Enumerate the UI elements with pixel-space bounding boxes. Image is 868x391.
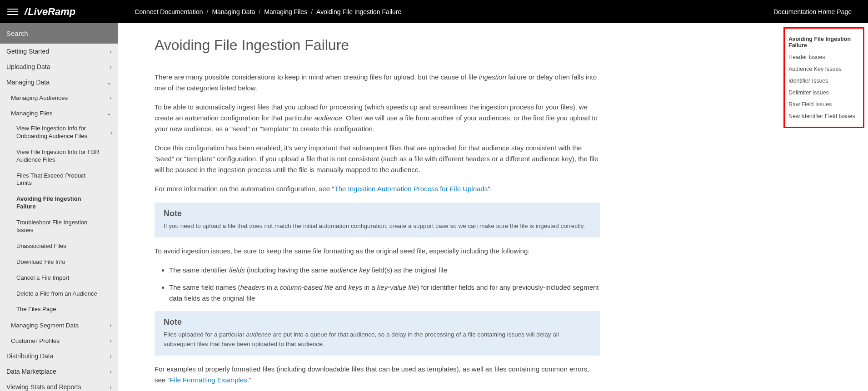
emphasis: audience (246, 331, 271, 338)
ingestion-automation-link[interactable]: The Ingestion Automation Process for Fil… (334, 185, 488, 193)
sidebar-item-getting-started[interactable]: Getting Started › (0, 44, 118, 59)
list-item: The same identifier fields (including ha… (169, 265, 600, 276)
note-callout: Note If you need to upload a file that d… (155, 203, 600, 238)
emphasis: key-value file (377, 283, 417, 291)
paragraph: For more information on the automation c… (155, 183, 600, 194)
breadcrumb-separator: / (259, 8, 260, 15)
breadcrumb: Connect Documentation / Managing Data / … (135, 8, 401, 15)
sidebar-item-files-page[interactable]: The Files Page (0, 302, 118, 317)
breadcrumb-connect-documentation[interactable]: Connect Documentation (135, 8, 203, 15)
sidebar-item-avoiding-ingestion-failure[interactable]: Avoiding File Ingestion Failure (0, 191, 118, 215)
chevron-right-icon: › (110, 48, 112, 55)
text: and (333, 283, 348, 291)
toc-item-header-issues[interactable]: Header Issues (788, 51, 859, 63)
toc-item-delimiter-issues[interactable]: Delimiter Issues (788, 87, 859, 99)
toc-item-raw-field-issues[interactable]: Raw Field Issues (788, 99, 859, 110)
breadcrumb-separator: / (311, 8, 313, 15)
emphasis: audience key (330, 266, 370, 274)
text: Files uploaded for a particular (164, 331, 246, 338)
sidebar-item-managing-segment-data[interactable]: Managing Segment Data › (0, 317, 118, 333)
note-body: If you need to upload a file that does n… (164, 221, 591, 231)
sidebar-item-view-fbr[interactable]: View File Ingestion Info for FBR Audienc… (0, 144, 118, 168)
sidebar-item-label: Files That Exceed Product Limits (16, 172, 100, 188)
note-title: Note (164, 317, 591, 327)
sidebar-item-label: Customer Profiles (11, 337, 60, 344)
sidebar-item-uploading-data[interactable]: Uploading Data › (0, 59, 118, 74)
text: ." (247, 376, 252, 384)
sidebar-item-label: Unassociated Files (16, 243, 66, 250)
chevron-right-icon: › (110, 383, 112, 391)
page-title: Avoiding File Ingestion Failure (155, 37, 600, 54)
sidebar-item-managing-files[interactable]: Managing Files ⌄ (0, 105, 118, 121)
sidebar-item-troubleshoot[interactable]: Troubleshoot File Ingestion Issues (0, 215, 118, 238)
top-header: /LiveRamp Connect Documentation / Managi… (0, 0, 868, 23)
sidebar-item-label: Managing Audiences (11, 94, 68, 101)
emphasis: keys (348, 283, 362, 291)
text: The same identifier (169, 266, 229, 274)
text: (including having the same (245, 266, 330, 274)
paragraph: There are many possible considerations t… (155, 72, 600, 94)
emphasis: ingestion (479, 73, 506, 81)
emphasis: headers (240, 283, 265, 291)
sidebar-item-exceed-limits[interactable]: Files That Exceed Product Limits (0, 168, 118, 192)
paragraph: To avoid ingestion issues, be sure to ke… (155, 246, 600, 257)
sidebar-item-managing-audiences[interactable]: Managing Audiences › (0, 90, 118, 105)
sidebar-item-label: View File Ingestion Info for FBR Audienc… (16, 148, 100, 164)
sidebar-item-label: Avoiding File Ingestion Failure (16, 195, 100, 211)
file-formatting-examples-link[interactable]: File Formatting Examples (170, 376, 247, 384)
sidebar-item-download-file-info[interactable]: Download File Info (0, 254, 118, 270)
breadcrumb-managing-files[interactable]: Managing Files (264, 8, 307, 15)
breadcrumb-separator: / (206, 8, 208, 15)
note-body: Files uploaded for a particular audience… (164, 330, 591, 349)
sidebar-item-cancel-import[interactable]: Cancel a File Import (0, 270, 118, 286)
sidebar-item-label: Download File Info (16, 258, 65, 266)
sidebar-item-delete-file[interactable]: Delete a File from an Audience (0, 286, 118, 302)
chevron-right-icon: › (110, 368, 112, 375)
sidebar-item-data-marketplace[interactable]: Data Marketplace › (0, 364, 118, 379)
paragraph: Once this configuration has been enabled… (155, 143, 600, 175)
paragraph: To be able to automatically ingest files… (155, 102, 600, 134)
sidebar-item-unassociated-files[interactable]: Unassociated Files (0, 238, 118, 254)
emphasis: audience (314, 114, 342, 122)
logo[interactable]: /LiveRamp (25, 6, 75, 18)
sidebar-item-label: Troubleshoot File Ingestion Issues (16, 219, 100, 234)
sidebar-item-label: Cancel a File Import (16, 274, 69, 282)
toc-item-new-identifier-field-issues[interactable]: New Identifier Field Issues (788, 110, 859, 122)
breadcrumb-managing-data[interactable]: Managing Data (212, 8, 255, 15)
sidebar-item-managing-data[interactable]: Managing Data ⌄ (0, 74, 118, 90)
documentation-home-link[interactable]: Documentation Home Page (773, 8, 852, 15)
sidebar-item-view-onboarding[interactable]: View File Ingestion Info for Onboarding … (0, 121, 118, 144)
sidebar-item-label: Uploading Data (6, 63, 50, 70)
sidebar-item-label: View File Ingestion Info for Onboarding … (16, 125, 98, 140)
note-callout: Note Files uploaded for a particular aud… (155, 311, 600, 356)
sidebar-item-viewing-stats[interactable]: Viewing Stats and Reports › (0, 379, 118, 391)
hamburger-menu-icon[interactable] (7, 6, 18, 17)
list-item: The same field names (headers in a colum… (169, 282, 600, 304)
text: in a (362, 283, 377, 291)
page-toc: Avoiding File Ingestion Failure Header I… (783, 27, 864, 128)
text: There are many possible considerations t… (155, 73, 479, 81)
chevron-right-icon: › (110, 129, 113, 137)
logo-text: LiveRamp (28, 6, 75, 17)
breadcrumb-current[interactable]: Avoiding File Ingestion Failure (316, 8, 401, 15)
sidebar-item-distributing-data[interactable]: Distributing Data › (0, 348, 118, 364)
sidebar-item-label: The Files Page (16, 306, 56, 313)
chevron-right-icon: › (110, 337, 112, 344)
paragraph: For examples of properly formatted files… (155, 364, 600, 386)
note-title: Note (164, 209, 591, 218)
emphasis: column-based file (279, 283, 333, 291)
sidebar-item-customer-profiles[interactable]: Customer Profiles › (0, 333, 118, 348)
chevron-right-icon: › (110, 322, 112, 329)
toc-item-overview[interactable]: Avoiding File Ingestion Failure (788, 33, 859, 51)
emphasis: fields (229, 266, 245, 274)
sidebar-item-label: Data Marketplace (6, 368, 56, 375)
bullet-list: The same identifier fields (including ha… (155, 265, 600, 304)
chevron-right-icon: › (110, 352, 112, 360)
search-input[interactable] (0, 23, 118, 44)
logo-slash: / (25, 6, 27, 17)
toc-item-audience-key-issues[interactable]: Audience Key Issues (788, 63, 859, 75)
sidebar-item-label: Viewing Stats and Reports (6, 383, 81, 391)
text: The same field names ( (169, 283, 240, 291)
sidebar-item-label: Getting Started (6, 48, 49, 55)
toc-item-identifier-issues[interactable]: Identifier Issues (788, 75, 859, 87)
